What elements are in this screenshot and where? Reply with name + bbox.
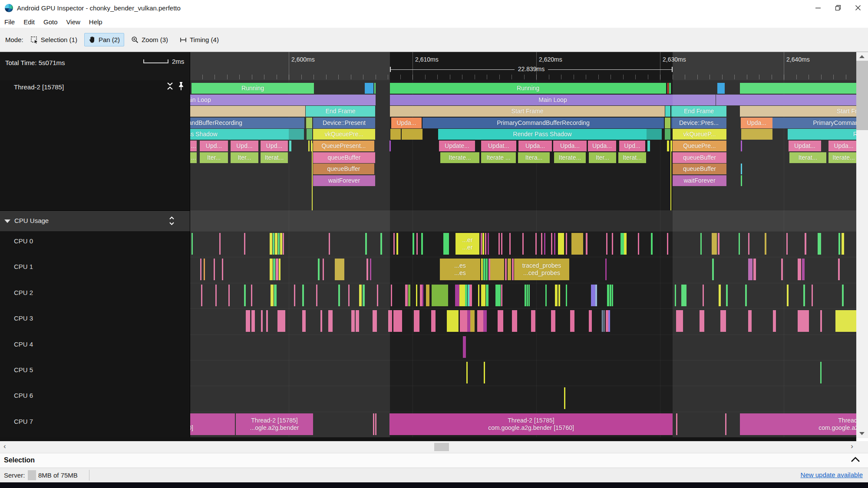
menu-item-goto[interactable]: Goto bbox=[39, 18, 62, 26]
vertical-scroll-thumb[interactable] bbox=[856, 61, 868, 130]
trace-slice[interactable] bbox=[667, 83, 669, 94]
cpu-slice[interactable] bbox=[485, 233, 486, 255]
cpu-slice[interactable] bbox=[483, 310, 487, 332]
cpu-slice[interactable] bbox=[602, 310, 603, 332]
cpu-slice[interactable] bbox=[391, 285, 392, 306]
trace-slice[interactable]: PrimaryCommandBufferRecording bbox=[422, 118, 664, 128]
trace-slice[interactable]: Iterat... bbox=[618, 152, 646, 163]
cpu-slice[interactable] bbox=[422, 285, 423, 306]
cpu-slice[interactable] bbox=[459, 285, 465, 306]
pin-track-icon[interactable] bbox=[178, 82, 185, 93]
cpu-slice[interactable] bbox=[612, 285, 613, 306]
cpu-slice[interactable] bbox=[509, 233, 511, 255]
restore-button[interactable] bbox=[828, 0, 848, 16]
trace-slice[interactable] bbox=[665, 129, 670, 140]
trace-slice[interactable] bbox=[647, 141, 650, 151]
cpu-slice[interactable]: traced_probes...ced_probes bbox=[514, 259, 569, 280]
cpu-slice[interactable] bbox=[463, 336, 466, 358]
cpu-slice[interactable] bbox=[508, 259, 511, 280]
cpu-slice[interactable] bbox=[408, 285, 410, 306]
cpu-slice[interactable] bbox=[405, 285, 408, 306]
cpu-slice[interactable] bbox=[481, 285, 485, 306]
pan-mode-button[interactable]: Pan (2) bbox=[84, 33, 124, 46]
cpu-slice[interactable] bbox=[554, 233, 555, 255]
cpu-slice[interactable] bbox=[484, 362, 485, 383]
cpu-slice[interactable] bbox=[426, 285, 429, 306]
trace-slice[interactable]: Iterate... bbox=[554, 152, 586, 163]
cpu-slice[interactable] bbox=[566, 285, 567, 306]
cpu-slice[interactable] bbox=[488, 233, 489, 255]
cpu-slice[interactable] bbox=[624, 233, 627, 255]
cpu-slice[interactable] bbox=[483, 259, 485, 280]
expand-panel-icon[interactable] bbox=[851, 456, 860, 464]
trace-slice[interactable] bbox=[665, 106, 670, 117]
cpu-slice[interactable] bbox=[413, 233, 414, 255]
cpu-slice[interactable] bbox=[528, 285, 530, 306]
cpu-usage-section-header[interactable]: CPU Usage bbox=[0, 210, 190, 231]
menu-item-file[interactable]: File bbox=[0, 18, 19, 26]
cpu-slice[interactable] bbox=[595, 285, 597, 306]
cpu-slice[interactable] bbox=[416, 285, 417, 306]
cpu-slice[interactable] bbox=[591, 285, 595, 306]
cpu-slice[interactable] bbox=[396, 233, 398, 255]
cpu-slice[interactable] bbox=[651, 233, 653, 255]
cpu-slice[interactable] bbox=[606, 233, 607, 255]
sort-icon[interactable] bbox=[168, 216, 175, 227]
trace-slice[interactable]: Update... bbox=[439, 141, 475, 151]
cpu-track-label[interactable]: CPU 4 bbox=[14, 341, 33, 348]
trace-slice[interactable] bbox=[669, 83, 671, 94]
horizontal-scroll-thumb[interactable] bbox=[434, 443, 449, 451]
trace-slice[interactable] bbox=[390, 129, 401, 140]
cpu-slice[interactable] bbox=[393, 310, 402, 332]
menu-item-help[interactable]: Help bbox=[85, 18, 107, 26]
trace-slice[interactable] bbox=[667, 141, 669, 151]
cpu-slice[interactable] bbox=[551, 233, 552, 255]
trace-slice[interactable]: Iter... bbox=[589, 152, 616, 163]
cpu-slice[interactable] bbox=[486, 285, 488, 306]
trace-slice[interactable]: Upda... bbox=[588, 141, 616, 151]
cpu-slice[interactable] bbox=[455, 285, 459, 306]
trace-slice[interactable]: Main Loop bbox=[390, 95, 716, 105]
cpu-slice[interactable] bbox=[512, 259, 514, 280]
scroll-up-icon[interactable] bbox=[859, 55, 865, 58]
cpu-slice[interactable] bbox=[467, 310, 470, 332]
cpu-slice[interactable] bbox=[393, 233, 395, 255]
cpu-slice[interactable]: ...es...es bbox=[440, 259, 480, 280]
cpu-slice[interactable] bbox=[605, 259, 607, 280]
cpu-slice[interactable] bbox=[608, 310, 610, 332]
trace-slice[interactable]: Running bbox=[390, 83, 666, 94]
cpu-slice[interactable] bbox=[421, 233, 423, 255]
horizontal-scrollbar[interactable]: ‹ › bbox=[0, 441, 868, 453]
trace-slice[interactable]: Upd... bbox=[619, 141, 645, 151]
trace-slice[interactable]: Upda... bbox=[553, 141, 587, 151]
cpu-slice[interactable] bbox=[478, 285, 479, 306]
cpu-slice[interactable] bbox=[505, 259, 507, 280]
cpu-slice[interactable] bbox=[460, 310, 467, 332]
cpu-slice[interactable] bbox=[566, 233, 567, 255]
cpu-slice[interactable] bbox=[414, 310, 419, 332]
cpu-slice[interactable] bbox=[551, 310, 555, 332]
vertical-scrollbar[interactable] bbox=[856, 52, 868, 438]
cpu-track-label[interactable]: CPU 1 bbox=[14, 263, 33, 270]
cpu-slice[interactable] bbox=[564, 387, 565, 409]
trace-slice[interactable] bbox=[402, 129, 422, 140]
scroll-left-icon[interactable]: ‹ bbox=[3, 442, 6, 451]
cpu-slice[interactable] bbox=[495, 285, 501, 306]
trace-slice[interactable]: Iterate ... bbox=[481, 152, 516, 163]
cpu-slice[interactable]: ...er...er bbox=[455, 233, 479, 255]
thread-track-header[interactable]: Thread-2 [15785] bbox=[14, 83, 64, 91]
trace-slice[interactable]: Render Pass Shadow bbox=[438, 129, 647, 140]
cpu-slice[interactable] bbox=[555, 285, 558, 306]
trace-slice[interactable]: Itera... bbox=[518, 152, 550, 163]
time-ruler[interactable]: 2,600ms2,610ms2,620ms2,630ms2,640ms22.83… bbox=[190, 52, 856, 80]
cpu-track-label[interactable]: CPU 5 bbox=[14, 366, 33, 373]
cpu-slice[interactable] bbox=[589, 310, 592, 332]
cpu-slice[interactable] bbox=[481, 233, 482, 255]
cpu-track-label[interactable]: CPU 0 bbox=[14, 237, 33, 245]
cpu-slice[interactable] bbox=[501, 285, 502, 306]
cpu-slice[interactable] bbox=[512, 310, 517, 332]
trace-slice[interactable]: Upda... bbox=[518, 141, 552, 151]
scroll-down-icon[interactable] bbox=[859, 432, 865, 435]
cpu-slice[interactable] bbox=[586, 233, 587, 255]
zoom-mode-button[interactable]: Zoom (3) bbox=[127, 33, 172, 47]
